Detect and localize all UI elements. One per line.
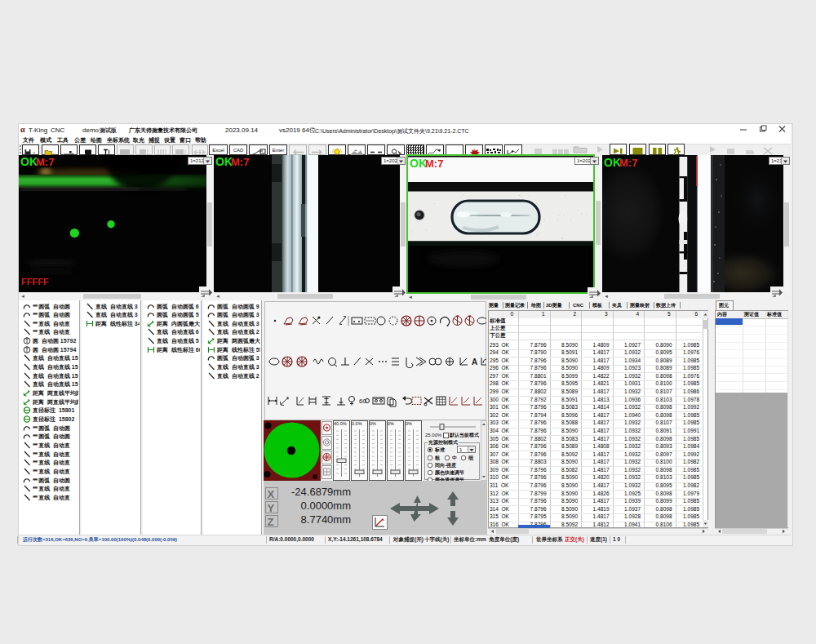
svg-text:M:7: M:7	[425, 158, 443, 170]
svg-text:OK: OK	[410, 157, 427, 170]
svg-text:OK: OK	[215, 155, 233, 168]
svg-text:M:7: M:7	[36, 156, 54, 168]
svg-text:OK: OK	[20, 155, 38, 168]
svg-text:OK: OK	[604, 156, 621, 169]
svg-text:A: A	[472, 358, 477, 366]
svg-text:FFFFF: FFFFF	[21, 277, 49, 286]
svg-text:M:7: M:7	[231, 156, 249, 168]
svg-text:M:7: M:7	[619, 157, 637, 169]
